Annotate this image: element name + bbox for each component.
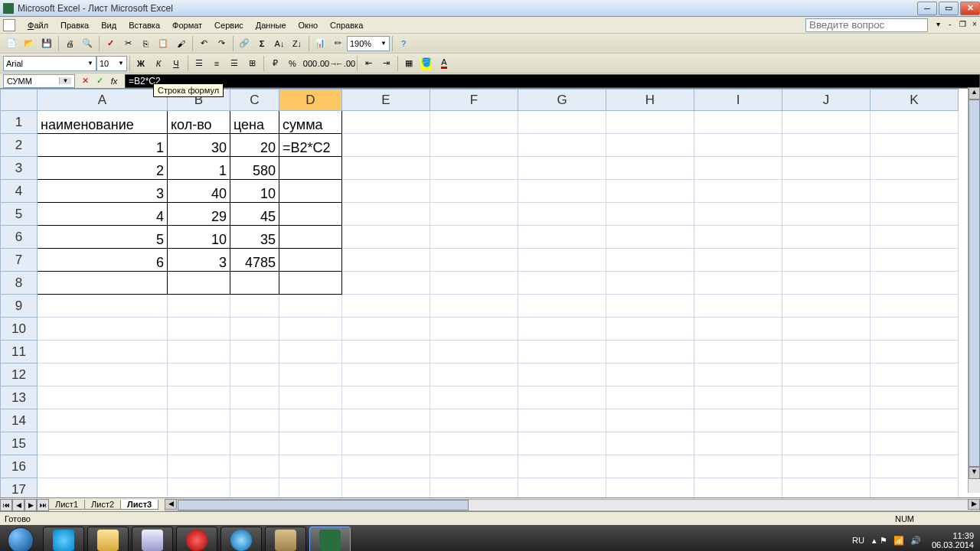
- cell-G14[interactable]: [518, 409, 606, 432]
- cell-E10[interactable]: [342, 318, 430, 341]
- align-center-icon[interactable]: ≡: [208, 55, 225, 72]
- col-header-K[interactable]: K: [871, 90, 959, 111]
- row-header-4[interactable]: 4: [1, 180, 38, 203]
- task-book[interactable]: [265, 527, 306, 551]
- cell-B8[interactable]: [168, 272, 230, 295]
- currency-icon[interactable]: ₽: [266, 55, 283, 72]
- merge-center-icon[interactable]: ⊞: [243, 55, 260, 72]
- cell-J6[interactable]: [782, 226, 871, 249]
- cell-I9[interactable]: [694, 295, 782, 318]
- vertical-scrollbar[interactable]: ▲ ▼: [968, 87, 980, 493]
- cell-G8[interactable]: [518, 272, 606, 295]
- cell-J9[interactable]: [782, 295, 871, 318]
- cell-D14[interactable]: [279, 409, 342, 432]
- sheet-tab-Лист3[interactable]: Лист3: [120, 500, 158, 510]
- cell-B9[interactable]: [168, 295, 230, 318]
- cell-F14[interactable]: [430, 409, 518, 432]
- row-header-2[interactable]: 2: [1, 134, 38, 157]
- hscroll-thumb[interactable]: [178, 500, 469, 510]
- cell-K13[interactable]: [871, 386, 959, 409]
- cell-E1[interactable]: [342, 111, 430, 134]
- cell-F6[interactable]: [430, 226, 518, 249]
- cell-K16[interactable]: [871, 455, 959, 478]
- cell-K3[interactable]: [871, 157, 959, 180]
- cell-E17[interactable]: [342, 478, 430, 498]
- col-header-A[interactable]: A: [38, 90, 168, 111]
- name-box-input[interactable]: [4, 77, 59, 86]
- cell-E14[interactable]: [342, 409, 430, 432]
- align-left-icon[interactable]: ☰: [191, 55, 207, 72]
- col-header-H[interactable]: H: [606, 90, 694, 111]
- cell-K5[interactable]: [871, 203, 959, 226]
- maximize-button[interactable]: ▭: [939, 2, 959, 15]
- cell-C16[interactable]: [230, 455, 279, 478]
- tray-up-icon[interactable]: ▴: [872, 536, 877, 546]
- cell-H3[interactable]: [606, 157, 694, 180]
- cell-C14[interactable]: [230, 409, 279, 432]
- cell-I3[interactable]: [694, 157, 782, 180]
- cell-J11[interactable]: [782, 341, 871, 364]
- sheet-tab-Лист2[interactable]: Лист2: [84, 500, 121, 510]
- cell-J10[interactable]: [782, 318, 871, 341]
- cell-D8[interactable]: [279, 272, 342, 295]
- cell-J12[interactable]: [782, 364, 871, 386]
- tray-volume-icon[interactable]: 🔊: [910, 536, 921, 546]
- cell-H13[interactable]: [606, 386, 694, 409]
- cell-C10[interactable]: [230, 318, 279, 341]
- cell-D12[interactable]: [279, 364, 342, 386]
- cell-I11[interactable]: [694, 341, 782, 364]
- language-indicator[interactable]: RU: [852, 536, 864, 545]
- col-header-C[interactable]: C: [230, 90, 279, 111]
- cell-B10[interactable]: [168, 318, 230, 341]
- task-explorer[interactable]: [87, 527, 129, 551]
- help-search-input[interactable]: [805, 18, 928, 32]
- increase-decimal-icon[interactable]: .00→: [319, 55, 336, 72]
- cell-D4[interactable]: [279, 180, 342, 203]
- cell-E11[interactable]: [342, 341, 430, 364]
- cell-B7[interactable]: 3: [168, 249, 230, 272]
- cell-E6[interactable]: [342, 226, 430, 249]
- cell-F1[interactable]: [430, 111, 518, 134]
- spellcheck-icon[interactable]: ✓: [102, 35, 119, 52]
- cell-I17[interactable]: [694, 478, 782, 498]
- cell-G13[interactable]: [518, 386, 606, 409]
- cell-C2[interactable]: 20: [230, 134, 279, 157]
- cell-F2[interactable]: [430, 134, 518, 157]
- cell-H10[interactable]: [606, 318, 694, 341]
- cell-A2[interactable]: 1: [38, 134, 168, 157]
- cell-E4[interactable]: [342, 180, 430, 203]
- enter-formula-icon[interactable]: ✓: [93, 74, 106, 88]
- cell-C8[interactable]: [230, 272, 279, 295]
- cell-G1[interactable]: [518, 111, 606, 134]
- cell-C4[interactable]: 10: [230, 180, 279, 203]
- fill-color-icon[interactable]: 🪣: [418, 55, 435, 72]
- decrease-decimal-icon[interactable]: ←.00: [337, 55, 354, 72]
- cell-G16[interactable]: [518, 455, 606, 478]
- col-header-F[interactable]: F: [430, 90, 518, 111]
- cell-E13[interactable]: [342, 386, 430, 409]
- cell-A10[interactable]: [38, 318, 168, 341]
- cell-F13[interactable]: [430, 386, 518, 409]
- cell-K15[interactable]: [871, 432, 959, 455]
- cell-H4[interactable]: [606, 180, 694, 203]
- menu-edit[interactable]: Правка: [54, 19, 95, 31]
- task-excel[interactable]: [309, 527, 351, 551]
- cell-H15[interactable]: [606, 432, 694, 455]
- row-header-16[interactable]: 16: [1, 455, 38, 478]
- cell-A4[interactable]: 3: [38, 180, 168, 203]
- cell-I4[interactable]: [694, 180, 782, 203]
- menu-help[interactable]: Справка: [324, 19, 369, 31]
- cell-C9[interactable]: [230, 295, 279, 318]
- cell-J8[interactable]: [782, 272, 871, 295]
- cut-icon[interactable]: ✂: [119, 35, 136, 52]
- cell-K10[interactable]: [871, 318, 959, 341]
- row-header-10[interactable]: 10: [1, 318, 38, 341]
- autosum-icon[interactable]: Σ: [253, 35, 270, 52]
- cell-C6[interactable]: 35: [230, 226, 279, 249]
- cell-J4[interactable]: [782, 180, 871, 203]
- tray-flag-icon[interactable]: ⚑: [880, 536, 887, 546]
- cell-G3[interactable]: [518, 157, 606, 180]
- tray-network-icon[interactable]: 📶: [893, 536, 904, 546]
- cell-F11[interactable]: [430, 341, 518, 364]
- print-preview-icon[interactable]: 🔍: [79, 35, 96, 52]
